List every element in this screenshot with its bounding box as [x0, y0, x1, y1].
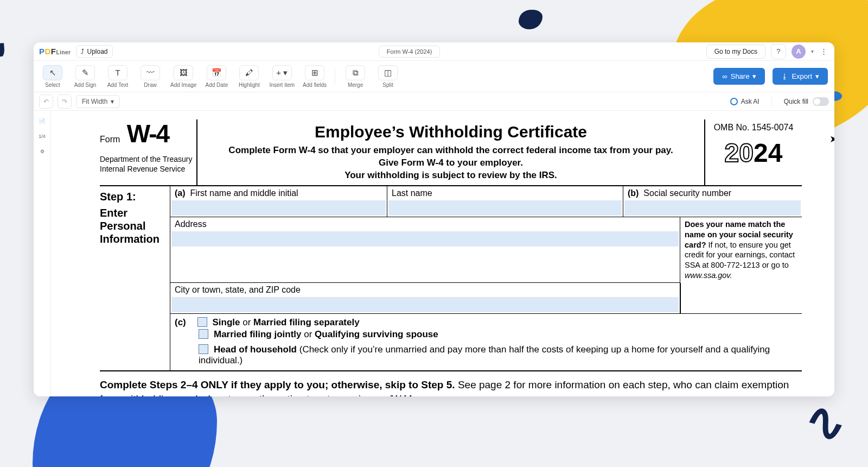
undo-button[interactable]: ↶ — [39, 94, 53, 109]
download-icon: ⭳ — [781, 72, 788, 80]
form-subtitle-2: Give Form W-4 to your employer. — [203, 157, 699, 169]
export-label: Export — [792, 72, 812, 80]
form-word: Form — [100, 135, 120, 144]
workspace: 📄 1/4 ⚙ Form W-4 Department of the Treas… — [34, 111, 834, 396]
subbar-separator — [771, 96, 772, 107]
highlight-icon: 🖍 — [239, 65, 259, 80]
gear-icon: ⚙ — [40, 149, 44, 154]
ask-ai-button[interactable]: Ask AI — [730, 98, 760, 105]
tool-select[interactable]: ↖Select — [40, 65, 65, 88]
toolbar-separator — [335, 68, 335, 85]
tool-highlight[interactable]: 🖍Highlight — [237, 65, 261, 88]
tool-add-image[interactable]: 🖼Add Image — [170, 65, 196, 88]
avatar[interactable]: A — [792, 45, 806, 59]
label-city: City or town, state, and ZIP code — [170, 283, 680, 297]
cell-ssn: (b) Social security number — [623, 186, 802, 217]
tool-label: Split — [382, 82, 393, 88]
steps-2-4-note: Complete Steps 2–4 ONLY if they apply to… — [100, 371, 802, 396]
app-logo: PDFLiner — [39, 47, 71, 56]
image-icon: 🖼 — [174, 65, 193, 80]
date-icon: 📅 — [207, 65, 226, 80]
ai-icon — [730, 98, 738, 105]
tool-label: Add Sign — [74, 82, 97, 88]
tool-add-sign[interactable]: ✎Add Sign — [73, 65, 98, 88]
form-header-center: Employee’s Withholding Certificate Compl… — [197, 119, 704, 185]
checkbox-single[interactable] — [197, 317, 207, 327]
left-rail: 📄 1/4 ⚙ — [34, 111, 51, 396]
my-docs-button[interactable]: Go to my Docs — [706, 45, 765, 59]
pages-panel-button[interactable]: 📄 — [37, 116, 47, 126]
share-button[interactable]: ∞Share▾ — [713, 68, 765, 85]
fields-icon: ⊞ — [305, 65, 324, 80]
form-header-right: OMB No. 1545-0074 2024 — [704, 119, 802, 185]
form-subtitle-3: Your withholding is subject to review by… — [203, 169, 699, 182]
checkbox-hoh[interactable] — [199, 344, 208, 354]
dept-line: Department of the Treasury — [100, 155, 194, 165]
checkbox-mfj[interactable] — [199, 329, 208, 339]
upload-label: Upload — [87, 48, 107, 55]
quick-fill-toggle[interactable]: Quick fill — [784, 97, 829, 106]
chevron-down-icon: ▾ — [815, 72, 819, 80]
split-icon: ◫ — [378, 65, 398, 80]
toggle-icon — [813, 97, 829, 106]
zoom-select[interactable]: Fit Width▾ — [76, 95, 120, 108]
redo-icon: ↷ — [62, 98, 67, 105]
label-ssn: (b) Social security number — [623, 186, 802, 200]
document-title-pill[interactable]: Form W-4 (2024) — [379, 46, 441, 58]
row-name-ssn: (a) First name and middle initial Last n… — [170, 186, 802, 217]
draw-icon: 〰 — [141, 65, 160, 80]
insert-icon: + ▾ — [272, 65, 292, 80]
upload-button[interactable]: ⤴ Upload — [76, 45, 112, 58]
menu-button[interactable]: ⋮ — [819, 44, 829, 59]
tool-merge[interactable]: ⧉Merge — [343, 65, 368, 88]
tool-add-fields[interactable]: ⊞Add fields — [302, 65, 327, 88]
step-1-fields: (a) First name and middle initial Last n… — [170, 186, 802, 370]
option-single: Single or Married filing separately — [197, 317, 360, 327]
merge-icon: ⧉ — [346, 65, 365, 80]
label-address: Address — [170, 217, 680, 231]
form-title: Employee’s Withholding Certificate — [203, 123, 699, 141]
input-last-name[interactable] — [388, 200, 622, 216]
cell-address: Address — [170, 217, 680, 283]
cell-first-name: (a) First name and middle initial — [170, 186, 387, 217]
tool-label: Select — [45, 82, 60, 88]
page-counter: 1/4 — [39, 134, 46, 139]
input-ssn[interactable] — [624, 200, 801, 216]
form-code: W-4 — [127, 123, 169, 145]
tool-add-date[interactable]: 📅Add Date — [204, 65, 229, 88]
app-window: ➤ PDFLiner ⤴ Upload Form W-4 (2024) Go t… — [34, 42, 834, 396]
c-tag: (c) — [175, 317, 186, 327]
tool-add-text[interactable]: TAdd Text — [105, 65, 130, 88]
tool-insert-item[interactable]: + ▾Insert item — [269, 65, 295, 88]
upload-icon: ⤴ — [81, 48, 84, 55]
form-header: Form W-4 Department of the Treasury Inte… — [100, 119, 802, 186]
chevron-down-icon: ▾ — [752, 72, 756, 80]
row-filing-status: (c) Single or Married filing separately … — [170, 313, 802, 370]
omb-number: OMB No. 1545-0074 — [709, 123, 799, 132]
tool-label: Add Image — [170, 82, 196, 88]
input-first-name[interactable] — [171, 200, 386, 216]
sign-icon: ✎ — [75, 65, 95, 80]
cursor-icon: ➤ — [829, 133, 834, 145]
tool-label: Highlight — [239, 82, 260, 88]
toolbar: ↖Select ✎Add Sign TAdd Text 〰Draw 🖼Add I… — [34, 61, 834, 92]
tool-label: Add Text — [107, 82, 129, 88]
settings-button[interactable]: ⚙ — [37, 147, 47, 156]
redo-button[interactable]: ↷ — [58, 94, 72, 109]
cell-last-name: Last name — [387, 186, 623, 217]
option-hoh: Head of household (Check only if you’re … — [199, 344, 797, 366]
help-button[interactable]: ? — [771, 44, 786, 59]
input-address[interactable] — [171, 231, 679, 247]
tool-draw[interactable]: 〰Draw — [138, 65, 163, 88]
input-city[interactable] — [171, 297, 679, 312]
document-canvas[interactable]: Form W-4 Department of the Treasury Inte… — [51, 111, 834, 396]
decoration-ink-spot — [519, 10, 542, 29]
quick-fill-label: Quick fill — [784, 98, 808, 105]
label-first-name: (a) First name and middle initial — [170, 186, 387, 200]
avatar-caret-icon[interactable]: ▾ — [811, 48, 814, 54]
name-match-spacer — [680, 283, 802, 313]
export-button[interactable]: ⭳Export▾ — [773, 68, 828, 85]
step-1: Step 1: Enter Personal Information (a) F… — [100, 186, 802, 371]
tool-split[interactable]: ◫Split — [375, 65, 400, 88]
row-address: Address Does your name match the name on… — [170, 217, 802, 283]
